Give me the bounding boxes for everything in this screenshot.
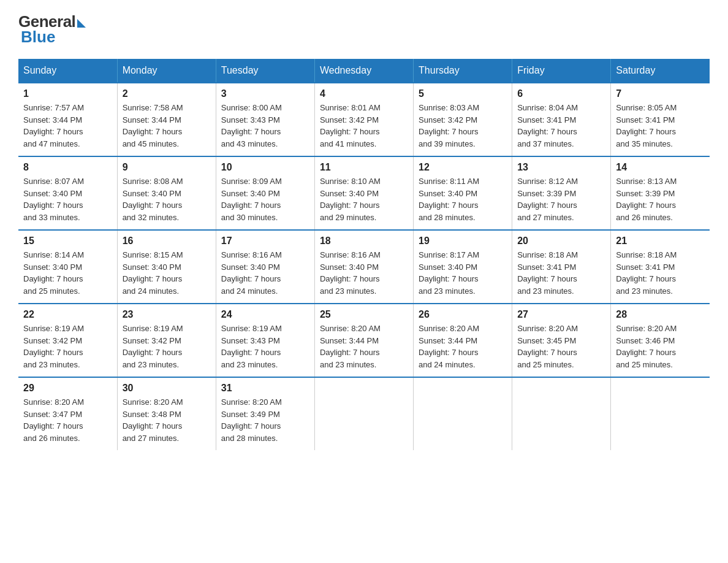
calendar-cell: 31 Sunrise: 8:20 AMSunset: 3:49 PMDaylig…: [216, 377, 314, 450]
day-info: Sunrise: 8:19 AMSunset: 3:43 PMDaylight:…: [221, 324, 282, 369]
header-thursday: Thursday: [414, 59, 512, 83]
calendar-week-row: 1 Sunrise: 7:57 AMSunset: 3:44 PMDayligh…: [18, 83, 710, 156]
calendar-week-row: 29 Sunrise: 8:20 AMSunset: 3:47 PMDaylig…: [18, 377, 710, 450]
calendar-cell: 21 Sunrise: 8:18 AMSunset: 3:41 PMDaylig…: [611, 230, 710, 304]
day-number: 17: [221, 236, 309, 247]
day-number: 7: [616, 88, 705, 99]
calendar-cell: 11 Sunrise: 8:10 AMSunset: 3:40 PMDaylig…: [314, 156, 413, 230]
calendar-cell: 19 Sunrise: 8:17 AMSunset: 3:40 PMDaylig…: [414, 230, 512, 304]
calendar-cell: [611, 377, 710, 450]
day-info: Sunrise: 8:15 AMSunset: 3:40 PMDaylight:…: [123, 250, 183, 296]
day-info: Sunrise: 8:00 AMSunset: 3:43 PMDaylight:…: [221, 103, 282, 148]
calendar-cell: 17 Sunrise: 8:16 AMSunset: 3:40 PMDaylig…: [216, 230, 314, 304]
day-info: Sunrise: 8:14 AMSunset: 3:40 PMDaylight:…: [23, 250, 84, 296]
day-info: Sunrise: 8:03 AMSunset: 3:42 PMDaylight:…: [419, 103, 479, 148]
calendar-table: SundayMondayTuesdayWednesdayThursdayFrid…: [18, 59, 710, 450]
day-number: 22: [23, 309, 112, 320]
day-number: 3: [221, 88, 309, 99]
header-saturday: Saturday: [611, 59, 710, 83]
calendar-cell: 14 Sunrise: 8:13 AMSunset: 3:39 PMDaylig…: [611, 156, 710, 230]
day-number: 21: [616, 236, 705, 247]
day-info: Sunrise: 8:20 AMSunset: 3:46 PMDaylight:…: [616, 324, 677, 369]
calendar-cell: [414, 377, 512, 450]
day-number: 4: [320, 88, 408, 99]
header-friday: Friday: [512, 59, 611, 83]
day-number: 27: [517, 309, 605, 320]
day-info: Sunrise: 8:12 AMSunset: 3:39 PMDaylight:…: [517, 177, 578, 222]
day-info: Sunrise: 8:19 AMSunset: 3:42 PMDaylight:…: [123, 324, 183, 369]
calendar-cell: [512, 377, 611, 450]
calendar-cell: 20 Sunrise: 8:18 AMSunset: 3:41 PMDaylig…: [512, 230, 611, 304]
calendar-cell: 4 Sunrise: 8:01 AMSunset: 3:42 PMDayligh…: [314, 83, 413, 156]
calendar-cell: 3 Sunrise: 8:00 AMSunset: 3:43 PMDayligh…: [216, 83, 314, 156]
day-number: 8: [23, 162, 112, 173]
header-tuesday: Tuesday: [216, 59, 314, 83]
day-info: Sunrise: 8:07 AMSunset: 3:40 PMDaylight:…: [23, 177, 84, 222]
day-number: 10: [221, 162, 309, 173]
calendar-cell: 22 Sunrise: 8:19 AMSunset: 3:42 PMDaylig…: [18, 304, 117, 377]
day-number: 29: [23, 383, 112, 394]
calendar-cell: 12 Sunrise: 8:11 AMSunset: 3:40 PMDaylig…: [414, 156, 512, 230]
header-sunday: Sunday: [18, 59, 117, 83]
calendar-cell: 8 Sunrise: 8:07 AMSunset: 3:40 PMDayligh…: [18, 156, 117, 230]
day-number: 26: [419, 309, 507, 320]
day-number: 13: [517, 162, 605, 173]
day-number: 9: [123, 162, 211, 173]
day-number: 15: [23, 236, 112, 247]
calendar-cell: 2 Sunrise: 7:58 AMSunset: 3:44 PMDayligh…: [117, 83, 216, 156]
day-info: Sunrise: 8:11 AMSunset: 3:40 PMDaylight:…: [419, 177, 479, 222]
day-info: Sunrise: 8:13 AMSunset: 3:39 PMDaylight:…: [616, 177, 677, 222]
day-number: 25: [320, 309, 408, 320]
calendar-cell: 13 Sunrise: 8:12 AMSunset: 3:39 PMDaylig…: [512, 156, 611, 230]
day-info: Sunrise: 8:16 AMSunset: 3:40 PMDaylight:…: [221, 250, 282, 296]
header-monday: Monday: [117, 59, 216, 83]
day-info: Sunrise: 8:19 AMSunset: 3:42 PMDaylight:…: [23, 324, 84, 369]
day-info: Sunrise: 7:58 AMSunset: 3:44 PMDaylight:…: [123, 103, 183, 148]
calendar-header-row: SundayMondayTuesdayWednesdayThursdayFrid…: [18, 59, 710, 83]
day-number: 19: [419, 236, 507, 247]
day-number: 28: [616, 309, 705, 320]
calendar-cell: 27 Sunrise: 8:20 AMSunset: 3:45 PMDaylig…: [512, 304, 611, 377]
day-info: Sunrise: 8:20 AMSunset: 3:45 PMDaylight:…: [517, 324, 578, 369]
day-info: Sunrise: 8:18 AMSunset: 3:41 PMDaylight:…: [517, 250, 578, 296]
day-number: 14: [616, 162, 705, 173]
day-info: Sunrise: 8:10 AMSunset: 3:40 PMDaylight:…: [320, 177, 381, 222]
day-number: 6: [517, 88, 605, 99]
day-number: 24: [221, 309, 309, 320]
calendar-cell: 24 Sunrise: 8:19 AMSunset: 3:43 PMDaylig…: [216, 304, 314, 377]
calendar-cell: 1 Sunrise: 7:57 AMSunset: 3:44 PMDayligh…: [18, 83, 117, 156]
calendar-week-row: 22 Sunrise: 8:19 AMSunset: 3:42 PMDaylig…: [18, 304, 710, 377]
logo: General Blue: [18, 12, 86, 47]
day-info: Sunrise: 8:04 AMSunset: 3:41 PMDaylight:…: [517, 103, 578, 148]
calendar-cell: 28 Sunrise: 8:20 AMSunset: 3:46 PMDaylig…: [611, 304, 710, 377]
day-number: 20: [517, 236, 605, 247]
day-info: Sunrise: 8:09 AMSunset: 3:40 PMDaylight:…: [221, 177, 282, 222]
day-info: Sunrise: 8:20 AMSunset: 3:44 PMDaylight:…: [320, 324, 381, 369]
calendar-week-row: 8 Sunrise: 8:07 AMSunset: 3:40 PMDayligh…: [18, 156, 710, 230]
day-info: Sunrise: 8:18 AMSunset: 3:41 PMDaylight:…: [616, 250, 677, 296]
page-header: General Blue: [18, 12, 710, 47]
calendar-cell: 26 Sunrise: 8:20 AMSunset: 3:44 PMDaylig…: [414, 304, 512, 377]
day-info: Sunrise: 8:17 AMSunset: 3:40 PMDaylight:…: [419, 250, 479, 296]
calendar-cell: 15 Sunrise: 8:14 AMSunset: 3:40 PMDaylig…: [18, 230, 117, 304]
day-info: Sunrise: 8:01 AMSunset: 3:42 PMDaylight:…: [320, 103, 381, 148]
calendar-cell: 18 Sunrise: 8:16 AMSunset: 3:40 PMDaylig…: [314, 230, 413, 304]
calendar-cell: 9 Sunrise: 8:08 AMSunset: 3:40 PMDayligh…: [117, 156, 216, 230]
calendar-cell: 23 Sunrise: 8:19 AMSunset: 3:42 PMDaylig…: [117, 304, 216, 377]
day-info: Sunrise: 8:05 AMSunset: 3:41 PMDaylight:…: [616, 103, 677, 148]
logo-blue-text: Blue: [20, 28, 55, 47]
calendar-week-row: 15 Sunrise: 8:14 AMSunset: 3:40 PMDaylig…: [18, 230, 710, 304]
day-number: 5: [419, 88, 507, 99]
day-info: Sunrise: 8:08 AMSunset: 3:40 PMDaylight:…: [123, 177, 183, 222]
day-number: 31: [221, 383, 309, 394]
calendar-cell: 30 Sunrise: 8:20 AMSunset: 3:48 PMDaylig…: [117, 377, 216, 450]
calendar-cell: 25 Sunrise: 8:20 AMSunset: 3:44 PMDaylig…: [314, 304, 413, 377]
day-number: 12: [419, 162, 507, 173]
day-number: 30: [123, 383, 211, 394]
day-number: 1: [23, 88, 112, 99]
header-wednesday: Wednesday: [314, 59, 413, 83]
day-number: 18: [320, 236, 408, 247]
calendar-cell: 16 Sunrise: 8:15 AMSunset: 3:40 PMDaylig…: [117, 230, 216, 304]
day-number: 11: [320, 162, 408, 173]
day-info: Sunrise: 8:20 AMSunset: 3:47 PMDaylight:…: [23, 397, 84, 443]
